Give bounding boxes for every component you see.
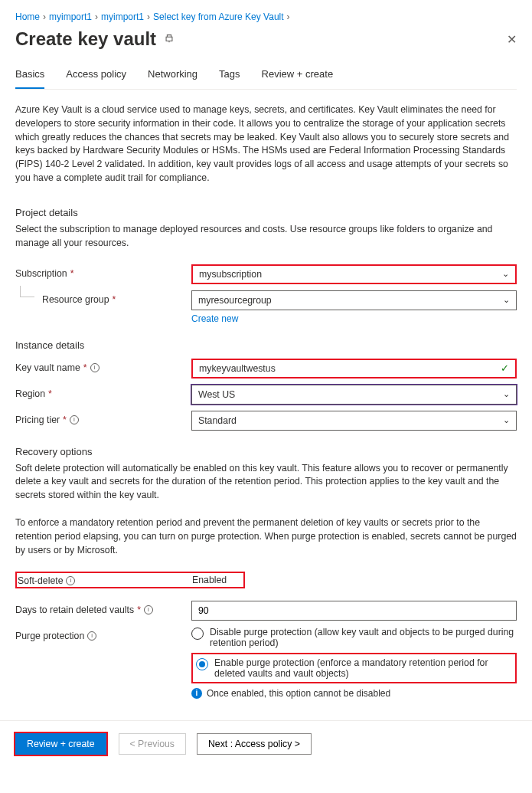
keyvault-name-input[interactable]: mykeyvaultwestus ✓ xyxy=(191,359,517,378)
create-new-link[interactable]: Create new xyxy=(191,313,238,324)
breadcrumb-home[interactable]: Home xyxy=(15,11,40,22)
svg-rect-0 xyxy=(166,37,172,41)
required-icon: * xyxy=(137,605,141,615)
subscription-label: Subscription xyxy=(15,268,67,279)
next-button[interactable]: Next : Access policy > xyxy=(197,733,312,755)
tabs: Basics Access policy Networking Tags Rev… xyxy=(15,64,517,90)
soft-delete-value: Enabled xyxy=(192,575,227,585)
chevron-down-icon: ⌄ xyxy=(503,415,510,425)
retain-days-label: Days to retain deleted vaults xyxy=(15,605,134,615)
breadcrumb-item[interactable]: Select key from Azure Key Vault xyxy=(153,11,284,22)
required-icon: * xyxy=(63,415,67,425)
previous-button[interactable]: < Previous xyxy=(119,733,186,755)
close-icon[interactable]: ✕ xyxy=(507,32,517,47)
keyvault-name-label: Key vault name xyxy=(15,362,80,373)
region-dropdown[interactable]: West US ⌄ xyxy=(191,385,517,405)
chevron-right-icon: › xyxy=(147,11,150,22)
resource-group-dropdown[interactable]: myresourcegroup ⌄ xyxy=(191,290,517,310)
chevron-down-icon: ⌄ xyxy=(503,389,510,399)
page-title: Create key vault xyxy=(15,28,156,50)
tab-basics[interactable]: Basics xyxy=(15,64,44,89)
tab-networking[interactable]: Networking xyxy=(148,64,197,89)
chevron-right-icon: › xyxy=(95,11,98,22)
chevron-down-icon: ⌄ xyxy=(502,269,509,279)
required-icon: * xyxy=(48,388,52,399)
review-create-button[interactable]: Review + create xyxy=(15,733,106,755)
retain-days-input[interactable] xyxy=(191,601,517,621)
resource-group-label: Resource group xyxy=(42,294,109,305)
tab-review-create[interactable]: Review + create xyxy=(262,64,334,89)
region-label: Region xyxy=(15,388,45,399)
pin-icon[interactable] xyxy=(164,33,175,46)
radio-icon xyxy=(196,658,208,670)
section-project-details: Project details xyxy=(15,207,517,218)
tab-tags[interactable]: Tags xyxy=(219,64,240,89)
required-icon: * xyxy=(83,362,87,373)
info-icon: i xyxy=(191,688,202,699)
soft-delete-label: Soft-delete xyxy=(18,575,63,586)
tab-access-policy[interactable]: Access policy xyxy=(66,64,126,89)
info-icon[interactable]: i xyxy=(90,363,100,372)
region-value: West US xyxy=(198,389,235,400)
check-icon: ✓ xyxy=(501,362,509,374)
purge-enable-text: Enable purge protection (enforce a manda… xyxy=(214,657,512,679)
project-sub: Select the subscription to manage deploy… xyxy=(15,223,517,251)
retain-days-value[interactable] xyxy=(198,605,510,616)
purge-info-text: Once enabled, this option cannot be disa… xyxy=(207,688,390,699)
chevron-down-icon: ⌄ xyxy=(503,295,510,305)
recovery-p1: Soft delete protection will automaticall… xyxy=(15,462,517,503)
chevron-right-icon: › xyxy=(43,11,46,22)
intro-text: Azure Key Vault is a cloud service used … xyxy=(15,103,517,185)
chevron-right-icon: › xyxy=(287,11,290,22)
recovery-p2: To enforce a mandatory retention period … xyxy=(15,516,517,557)
subscription-value: mysubscription xyxy=(199,269,262,280)
breadcrumb-item[interactable]: myimport1 xyxy=(101,11,144,22)
pricing-tier-dropdown[interactable]: Standard ⌄ xyxy=(191,411,517,431)
section-instance-details: Instance details xyxy=(15,339,517,351)
subscription-dropdown[interactable]: mysubscription ⌄ xyxy=(191,264,517,284)
section-recovery-options: Recovery options xyxy=(15,446,517,457)
pricing-tier-value: Standard xyxy=(198,415,237,426)
purge-enable-radio[interactable]: Enable purge protection (enforce a manda… xyxy=(191,653,517,683)
info-icon[interactable]: i xyxy=(144,605,153,614)
breadcrumb-item[interactable]: myimport1 xyxy=(49,11,92,22)
pricing-tier-label: Pricing tier xyxy=(15,415,60,425)
required-icon: * xyxy=(113,294,116,305)
purge-disable-radio[interactable]: Disable purge protection (allow key vaul… xyxy=(191,627,517,648)
info-icon[interactable]: i xyxy=(70,415,79,424)
purge-protection-label: Purge protection xyxy=(15,631,84,641)
footer: Review + create < Previous Next : Access… xyxy=(0,720,532,767)
resource-group-value: myresourcegroup xyxy=(198,295,272,306)
required-icon: * xyxy=(70,268,74,279)
radio-icon xyxy=(191,628,204,640)
keyvault-name-value: mykeyvaultwestus xyxy=(199,363,276,374)
breadcrumb: Home › myimport1 › myimport1 › Select ke… xyxy=(15,11,517,22)
info-icon[interactable]: i xyxy=(87,631,96,641)
info-icon[interactable]: i xyxy=(66,576,75,585)
purge-disable-text: Disable purge protection (allow key vaul… xyxy=(210,627,517,648)
